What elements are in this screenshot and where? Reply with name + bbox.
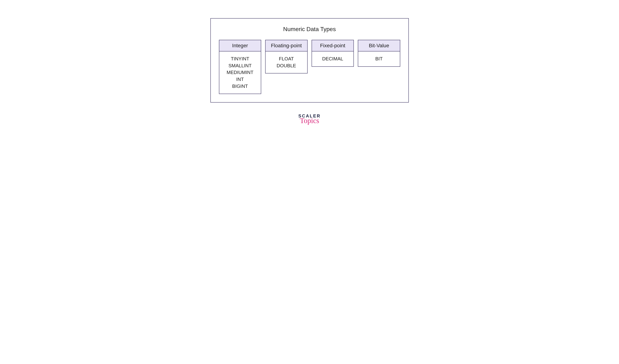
category-item: MEDIUMINT [222, 69, 259, 76]
category-item: DOUBLE [268, 62, 305, 69]
category-header: Bit-Value [358, 40, 400, 52]
logo-text-bottom: Topics [297, 117, 322, 124]
category-box-bit-value: Bit-Value BIT [358, 40, 400, 67]
diagram-title: Numeric Data Types [219, 26, 400, 33]
brand-logo: SCALER Topics [297, 113, 322, 124]
category-box-fixed-point: Fixed-point DECIMAL [312, 40, 354, 67]
category-item: BIT [360, 55, 398, 62]
category-box-integer: Integer TINYINT SMALLINT MEDIUMINT INT B… [219, 40, 261, 94]
category-item: SMALLINT [222, 62, 259, 69]
category-body: DECIMAL [312, 52, 354, 66]
category-body: FLOAT DOUBLE [266, 52, 307, 73]
category-item: TINYINT [222, 55, 259, 62]
category-body: BIT [358, 52, 400, 66]
category-item: INT [222, 76, 259, 83]
category-body: TINYINT SMALLINT MEDIUMINT INT BIGINT [219, 52, 261, 94]
category-item: BIGINT [222, 83, 259, 90]
category-header: Integer [219, 40, 261, 52]
category-item: FLOAT [268, 55, 305, 62]
categories-row: Integer TINYINT SMALLINT MEDIUMINT INT B… [219, 40, 400, 94]
category-header: Floating-point [266, 40, 307, 52]
category-box-floating-point: Floating-point FLOAT DOUBLE [265, 40, 308, 73]
category-item: DECIMAL [314, 55, 352, 62]
category-header: Fixed-point [312, 40, 354, 52]
diagram-container: Numeric Data Types Integer TINYINT SMALL… [211, 18, 409, 103]
